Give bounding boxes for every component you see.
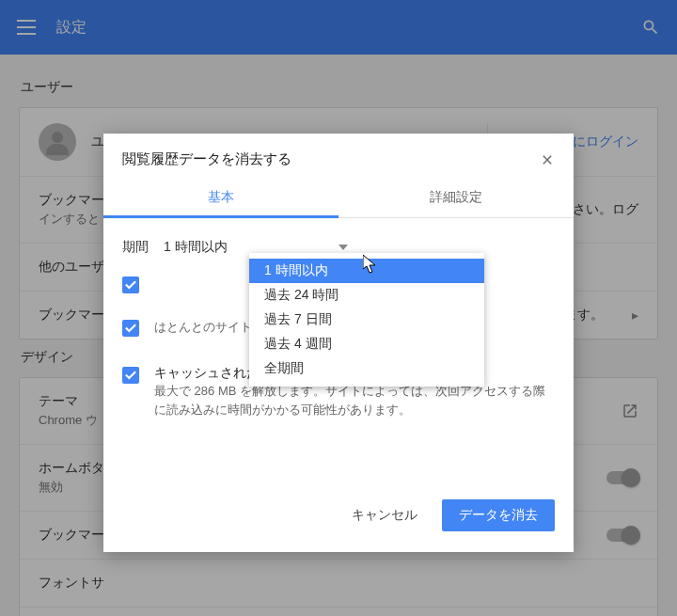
period-option-4w[interactable]: 過去 4 週間 [249, 332, 484, 356]
clear-data-button[interactable]: データを消去 [442, 499, 555, 531]
period-option-all[interactable]: 全期間 [249, 356, 484, 381]
period-label: 期間 [122, 239, 149, 256]
tab-basic[interactable]: 基本 [103, 178, 338, 217]
dialog-title: 閲覧履歴データを消去する [122, 150, 540, 168]
checkbox-history[interactable] [122, 276, 139, 293]
cancel-button[interactable]: キャンセル [335, 499, 434, 531]
mouse-cursor-icon [363, 255, 378, 274]
checkbox-cookies[interactable] [122, 320, 139, 337]
close-button[interactable] [540, 152, 555, 167]
chevron-down-icon [338, 245, 348, 250]
clear-browsing-data-dialog: 閲覧履歴データを消去する 基本 詳細設定 期間 1 時間以内 1 時間以内 過去… [103, 134, 574, 552]
checkbox-cache[interactable] [122, 367, 139, 384]
dialog-footer: キャンセル データを消去 [103, 484, 574, 552]
period-row: 期間 1 時間以内 1 時間以内 過去 24 時間 過去 7 日間 過去 4 週… [103, 218, 574, 269]
dialog-tabs: 基本 詳細設定 [103, 178, 574, 218]
period-option-24h[interactable]: 過去 24 時間 [249, 283, 484, 308]
period-option-7d[interactable]: 過去 7 日間 [249, 308, 484, 332]
cache-desc: 最大で 286 MB を解放します。サイトによっては、次回アクセスする際に読み込… [154, 382, 555, 419]
tab-advanced[interactable]: 詳細設定 [338, 178, 574, 217]
